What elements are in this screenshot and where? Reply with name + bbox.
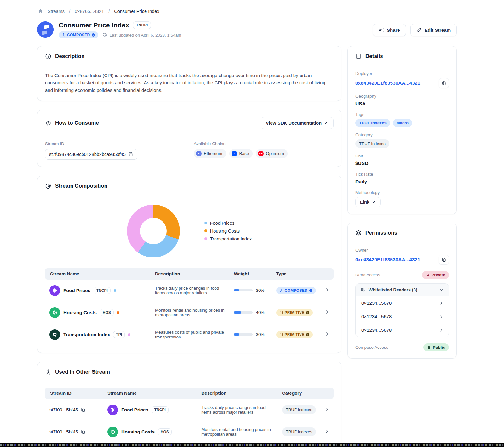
stream-description: Monitors rental and housing prices in me… (151, 302, 230, 324)
breadcrumb-streams[interactable]: Streams (48, 9, 65, 14)
legend-label: Housing Costs (210, 229, 240, 234)
stream-id-label: Stream ID (45, 141, 194, 146)
composition-table: Stream Name Description Weight Type (45, 268, 334, 346)
page-title: Consumer Price Index (59, 21, 129, 29)
chevron-right-icon[interactable] (325, 429, 329, 433)
type-badge-primitive: PRIMITIVE (276, 309, 313, 316)
whitelisted-reader-row[interactable]: 0×1234...5678 (356, 310, 449, 323)
category-pill: TRUF Indexes (282, 427, 316, 436)
stream-id-short: st7f09...5bf45 (49, 429, 78, 434)
info-icon[interactable] (306, 333, 310, 337)
share-button-label: Share (387, 27, 400, 33)
last-updated-text: Last updated on April 6, 2023, 1:54am (109, 33, 181, 37)
copy-icon (81, 407, 86, 412)
used-in-title: Used In Other Stream (55, 369, 110, 375)
legend-dot (204, 237, 207, 240)
tags-label: Tags (355, 112, 449, 117)
chevron-right-icon[interactable] (439, 314, 444, 319)
legend-dot (204, 222, 207, 224)
info-icon[interactable] (91, 33, 95, 37)
base-icon: ◖ (232, 151, 237, 156)
stream-badge: TNCPI (152, 406, 169, 413)
tag-truf-indexes[interactable]: TRUF Indexes (355, 119, 390, 127)
whitelisted-readers-label: Whitelisted Readers (3) (369, 287, 417, 292)
details-card: Details Deployer 0xe43420E1f83530AA...43… (347, 46, 457, 214)
chevron-right-icon[interactable] (439, 301, 444, 305)
used-in-row-food-prices[interactable]: st7f09...5bf45 Food Prices (45, 399, 334, 421)
copy-stream-id-button[interactable] (128, 152, 133, 157)
methodology-link-label: Link (360, 200, 369, 205)
stream-name: Transportation Index (63, 332, 110, 337)
stream-detail-page: Streams / 0×8765...4321 / Consumer Price… (0, 0, 504, 447)
description-title: Description (55, 53, 85, 59)
fork-icon (279, 289, 283, 292)
whitelisted-reader-row[interactable]: 0×1234...5678 (356, 296, 449, 310)
used-in-row-housing-costs[interactable]: st7f09...5bf45 Housing Costs (45, 421, 334, 443)
details-title: Details (365, 53, 383, 59)
info-icon[interactable] (306, 311, 310, 314)
food-prices-icon (107, 405, 118, 415)
tick-rate-value: Daily (355, 179, 449, 184)
chain-chip-optimism: OP Optimism (256, 149, 288, 158)
breadcrumb-separator: / (69, 9, 70, 14)
sidebar: Details Deployer 0xe43420E1f83530AA...43… (347, 46, 457, 359)
arrow-up-right-icon (324, 121, 328, 125)
composition-row-food-prices[interactable]: Food Prices TNCPI Tracks daily price cha… (45, 280, 334, 302)
chevron-right-icon[interactable] (325, 310, 329, 314)
info-icon[interactable] (309, 289, 313, 292)
reader-address: 0×1234...5678 (361, 314, 392, 319)
owner-address-link[interactable]: 0xe43420E1f83530AA...4321 (355, 257, 420, 263)
view-sdk-docs-label: View SDK Documentation (266, 121, 322, 126)
lock-icon (426, 273, 430, 277)
copy-icon (442, 257, 446, 262)
legend-label: Food Prices (210, 221, 234, 226)
whitelisted-readers-toggle[interactable]: Whitelisted Readers (3) (356, 284, 449, 296)
category-pill: TRUF Indexes (282, 405, 316, 414)
chain-name: Ethereum (204, 151, 222, 156)
category-value-pill: TRUF Indexes (355, 139, 389, 148)
view-sdk-docs-button[interactable]: View SDK Documentation (261, 117, 334, 129)
composition-row-housing-costs[interactable]: Housing Costs HOS Monitors rental and ho… (45, 302, 334, 324)
chevron-right-icon[interactable] (325, 288, 329, 292)
stream-name: Housing Costs (63, 310, 97, 315)
copy-icon (81, 429, 86, 434)
available-chains-label: Available Chains (194, 141, 288, 146)
weight-value: 40% (256, 310, 264, 315)
share-button[interactable]: Share (373, 24, 406, 36)
whitelisted-reader-row[interactable]: 0×1234...5678 (356, 323, 449, 337)
col-category: Category (278, 388, 320, 399)
breadcrumb-stream-address[interactable]: 0×8765...4321 (75, 9, 104, 14)
stream-id-field[interactable]: st7f09874c869cb0128bb2bca935bf45 (45, 149, 137, 160)
chevron-right-icon[interactable] (325, 407, 329, 411)
legend-label: Transportation Index (210, 236, 252, 241)
last-updated: Last updated on April 6, 2023, 1:54am (103, 33, 181, 37)
copy-stream-id-button[interactable] (81, 429, 86, 434)
edit-stream-button-label: Edit Stream (425, 27, 451, 33)
stream-badge: HOS (158, 428, 172, 435)
methodology-link-button[interactable]: Link (355, 197, 381, 207)
main-column: Description The Consumer Price Index (CP… (37, 46, 341, 447)
copy-owner-button[interactable] (439, 255, 449, 265)
tag-macro[interactable]: Macro (393, 119, 412, 127)
deployer-address-link[interactable]: 0xe43420E1f83530AA...4321 (355, 80, 420, 86)
breadcrumb-separator: / (108, 9, 110, 14)
composition-donut (127, 205, 180, 257)
owner-label: Owner (355, 248, 449, 252)
chevron-right-icon[interactable] (325, 332, 329, 336)
methodology-label: Methodology (355, 190, 449, 195)
edit-stream-button[interactable]: Edit Stream (410, 24, 457, 36)
stream-name: Food Prices (63, 288, 90, 293)
stream-id-value: st7f09874c869cb0128bb2bca935bf45 (49, 152, 126, 157)
type-badge-composed: COMPOSED (276, 287, 316, 294)
legend-item: Housing Costs (204, 229, 252, 234)
copy-stream-id-button[interactable] (81, 407, 86, 412)
compose-access-value: Public (433, 345, 445, 350)
weight-progress (234, 289, 253, 291)
copy-deployer-button[interactable] (439, 78, 449, 88)
stream-composition-card: Stream Composition Food Prices Housing C… (37, 176, 341, 353)
home-icon[interactable] (38, 8, 43, 14)
composition-row-transportation-index[interactable]: Transportation Index TPI Measures costs … (45, 324, 334, 346)
chevron-right-icon[interactable] (439, 328, 444, 332)
database-icon (279, 311, 283, 314)
col-stream-id: Stream ID (45, 388, 103, 399)
